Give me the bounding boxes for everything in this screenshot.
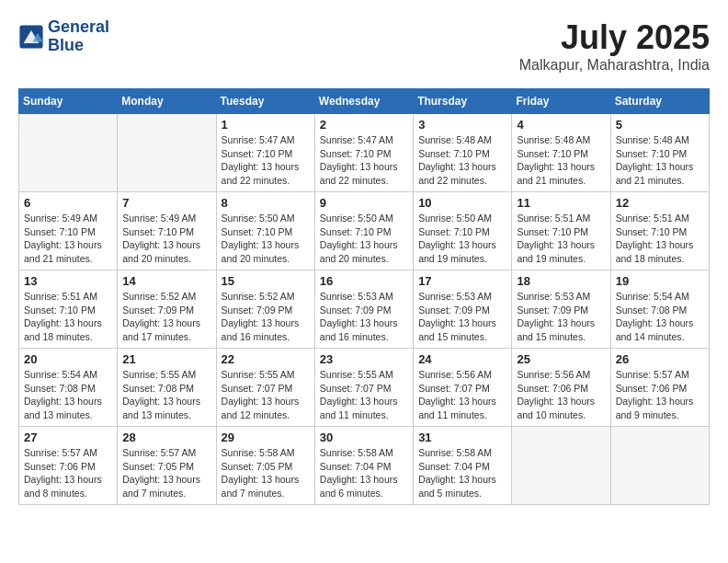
- day-number: 12: [616, 196, 704, 210]
- day-number: 24: [418, 352, 506, 366]
- day-info: Sunrise: 5:57 AM Sunset: 7:06 PM Dayligh…: [24, 446, 112, 500]
- day-info: Sunrise: 5:55 AM Sunset: 7:08 PM Dayligh…: [122, 368, 210, 422]
- day-number: 5: [616, 118, 704, 132]
- day-info: Sunrise: 5:50 AM Sunset: 7:10 PM Dayligh…: [418, 212, 506, 266]
- day-info: Sunrise: 5:47 AM Sunset: 7:10 PM Dayligh…: [222, 133, 310, 188]
- header: General Blue July 2025 Malkapur, Maharas…: [18, 18, 710, 74]
- week-row-1: 1Sunrise: 5:47 AM Sunset: 7:10 PM Daylig…: [19, 114, 710, 192]
- week-row-5: 27Sunrise: 5:57 AM Sunset: 7:06 PM Dayli…: [19, 427, 710, 505]
- day-info: Sunrise: 5:51 AM Sunset: 7:10 PM Dayligh…: [24, 290, 112, 344]
- day-number: 23: [320, 352, 408, 366]
- day-info: Sunrise: 5:48 AM Sunset: 7:10 PM Dayligh…: [418, 133, 506, 188]
- calendar-cell: 31Sunrise: 5:58 AM Sunset: 7:04 PM Dayli…: [414, 427, 512, 505]
- day-number: 4: [517, 118, 605, 132]
- calendar-cell: 11Sunrise: 5:51 AM Sunset: 7:10 PM Dayli…: [512, 192, 610, 270]
- day-info: Sunrise: 5:52 AM Sunset: 7:09 PM Dayligh…: [122, 290, 210, 344]
- weekday-header-tuesday: Tuesday: [216, 89, 314, 114]
- day-info: Sunrise: 5:54 AM Sunset: 7:08 PM Dayligh…: [616, 290, 704, 344]
- day-info: Sunrise: 5:50 AM Sunset: 7:10 PM Dayligh…: [320, 212, 408, 266]
- calendar-cell: 10Sunrise: 5:50 AM Sunset: 7:10 PM Dayli…: [414, 192, 512, 270]
- logo-line1: General: [48, 18, 109, 37]
- day-number: 2: [320, 118, 408, 132]
- calendar-cell: 2Sunrise: 5:47 AM Sunset: 7:10 PM Daylig…: [314, 114, 413, 192]
- calendar-cell: [19, 114, 118, 192]
- calendar-cell: 29Sunrise: 5:58 AM Sunset: 7:05 PM Dayli…: [216, 427, 314, 505]
- day-info: Sunrise: 5:51 AM Sunset: 7:10 PM Dayligh…: [616, 212, 704, 266]
- day-info: Sunrise: 5:49 AM Sunset: 7:10 PM Dayligh…: [24, 212, 112, 266]
- day-number: 14: [122, 274, 210, 288]
- day-number: 9: [320, 196, 408, 210]
- calendar-cell: 4Sunrise: 5:48 AM Sunset: 7:10 PM Daylig…: [512, 114, 610, 192]
- calendar-cell: 27Sunrise: 5:57 AM Sunset: 7:06 PM Dayli…: [19, 427, 118, 505]
- day-info: Sunrise: 5:48 AM Sunset: 7:10 PM Dayligh…: [616, 133, 704, 188]
- day-info: Sunrise: 5:57 AM Sunset: 7:05 PM Dayligh…: [122, 446, 210, 500]
- day-info: Sunrise: 5:53 AM Sunset: 7:09 PM Dayligh…: [320, 290, 408, 344]
- title-area: July 2025 Malkapur, Maharashtra, India: [519, 18, 710, 74]
- day-number: 30: [320, 431, 408, 444]
- day-number: 18: [517, 274, 605, 288]
- day-number: 8: [222, 196, 310, 210]
- day-number: 16: [320, 274, 408, 288]
- day-number: 25: [517, 352, 605, 366]
- day-info: Sunrise: 5:55 AM Sunset: 7:07 PM Dayligh…: [320, 368, 408, 422]
- day-number: 10: [418, 196, 506, 210]
- weekday-header-wednesday: Wednesday: [314, 89, 413, 114]
- day-number: 6: [24, 196, 112, 210]
- day-number: 27: [24, 431, 112, 444]
- calendar-cell: 12Sunrise: 5:51 AM Sunset: 7:10 PM Dayli…: [610, 192, 709, 270]
- day-info: Sunrise: 5:56 AM Sunset: 7:07 PM Dayligh…: [418, 368, 506, 422]
- calendar-cell: 17Sunrise: 5:53 AM Sunset: 7:09 PM Dayli…: [414, 270, 512, 349]
- month-year: July 2025: [519, 18, 710, 57]
- day-info: Sunrise: 5:58 AM Sunset: 7:04 PM Dayligh…: [320, 446, 408, 500]
- weekday-header-thursday: Thursday: [414, 89, 512, 114]
- day-number: 22: [222, 352, 310, 366]
- day-info: Sunrise: 5:52 AM Sunset: 7:09 PM Dayligh…: [222, 290, 310, 344]
- calendar-cell: [118, 114, 216, 192]
- calendar-cell: 3Sunrise: 5:48 AM Sunset: 7:10 PM Daylig…: [414, 114, 512, 192]
- day-info: Sunrise: 5:58 AM Sunset: 7:05 PM Dayligh…: [222, 446, 310, 500]
- day-info: Sunrise: 5:54 AM Sunset: 7:08 PM Dayligh…: [24, 368, 112, 422]
- calendar-cell: [512, 427, 610, 505]
- day-number: 11: [517, 196, 605, 210]
- calendar-cell: 13Sunrise: 5:51 AM Sunset: 7:10 PM Dayli…: [19, 270, 118, 349]
- day-info: Sunrise: 5:50 AM Sunset: 7:10 PM Dayligh…: [222, 212, 310, 266]
- calendar-cell: 8Sunrise: 5:50 AM Sunset: 7:10 PM Daylig…: [216, 192, 314, 270]
- logo-icon: [18, 24, 44, 50]
- week-row-3: 13Sunrise: 5:51 AM Sunset: 7:10 PM Dayli…: [19, 270, 710, 349]
- day-number: 17: [418, 274, 506, 288]
- day-info: Sunrise: 5:58 AM Sunset: 7:04 PM Dayligh…: [418, 446, 506, 500]
- calendar-cell: 24Sunrise: 5:56 AM Sunset: 7:07 PM Dayli…: [414, 349, 512, 427]
- calendar-cell: 15Sunrise: 5:52 AM Sunset: 7:09 PM Dayli…: [216, 270, 314, 349]
- day-number: 15: [222, 274, 310, 288]
- day-info: Sunrise: 5:51 AM Sunset: 7:10 PM Dayligh…: [517, 212, 605, 266]
- week-row-4: 20Sunrise: 5:54 AM Sunset: 7:08 PM Dayli…: [19, 349, 710, 427]
- calendar-cell: 14Sunrise: 5:52 AM Sunset: 7:09 PM Dayli…: [118, 270, 216, 349]
- weekday-header-sunday: Sunday: [19, 89, 118, 114]
- calendar-cell: 19Sunrise: 5:54 AM Sunset: 7:08 PM Dayli…: [610, 270, 709, 349]
- day-info: Sunrise: 5:47 AM Sunset: 7:10 PM Dayligh…: [320, 133, 408, 188]
- calendar-cell: 26Sunrise: 5:57 AM Sunset: 7:06 PM Dayli…: [610, 349, 709, 427]
- calendar-cell: 6Sunrise: 5:49 AM Sunset: 7:10 PM Daylig…: [19, 192, 118, 270]
- logo: General Blue: [18, 18, 109, 55]
- calendar: SundayMondayTuesdayWednesdayThursdayFrid…: [18, 88, 710, 505]
- day-number: 13: [24, 274, 112, 288]
- day-number: 3: [418, 118, 506, 132]
- calendar-cell: 23Sunrise: 5:55 AM Sunset: 7:07 PM Dayli…: [314, 349, 413, 427]
- day-info: Sunrise: 5:53 AM Sunset: 7:09 PM Dayligh…: [418, 290, 506, 344]
- calendar-cell: 22Sunrise: 5:55 AM Sunset: 7:07 PM Dayli…: [216, 349, 314, 427]
- calendar-cell: 28Sunrise: 5:57 AM Sunset: 7:05 PM Dayli…: [118, 427, 216, 505]
- calendar-cell: [610, 427, 709, 505]
- day-info: Sunrise: 5:57 AM Sunset: 7:06 PM Dayligh…: [616, 368, 704, 422]
- logo-line2: Blue: [48, 37, 109, 55]
- calendar-cell: 1Sunrise: 5:47 AM Sunset: 7:10 PM Daylig…: [216, 114, 314, 192]
- weekday-header-saturday: Saturday: [610, 89, 709, 114]
- day-number: 7: [122, 196, 210, 210]
- day-info: Sunrise: 5:49 AM Sunset: 7:10 PM Dayligh…: [122, 212, 210, 266]
- calendar-cell: 30Sunrise: 5:58 AM Sunset: 7:04 PM Dayli…: [314, 427, 413, 505]
- day-info: Sunrise: 5:55 AM Sunset: 7:07 PM Dayligh…: [222, 368, 310, 422]
- calendar-cell: 9Sunrise: 5:50 AM Sunset: 7:10 PM Daylig…: [314, 192, 413, 270]
- day-number: 1: [222, 118, 310, 132]
- day-number: 21: [122, 352, 210, 366]
- weekday-header-row: SundayMondayTuesdayWednesdayThursdayFrid…: [19, 89, 710, 114]
- day-number: 28: [122, 431, 210, 444]
